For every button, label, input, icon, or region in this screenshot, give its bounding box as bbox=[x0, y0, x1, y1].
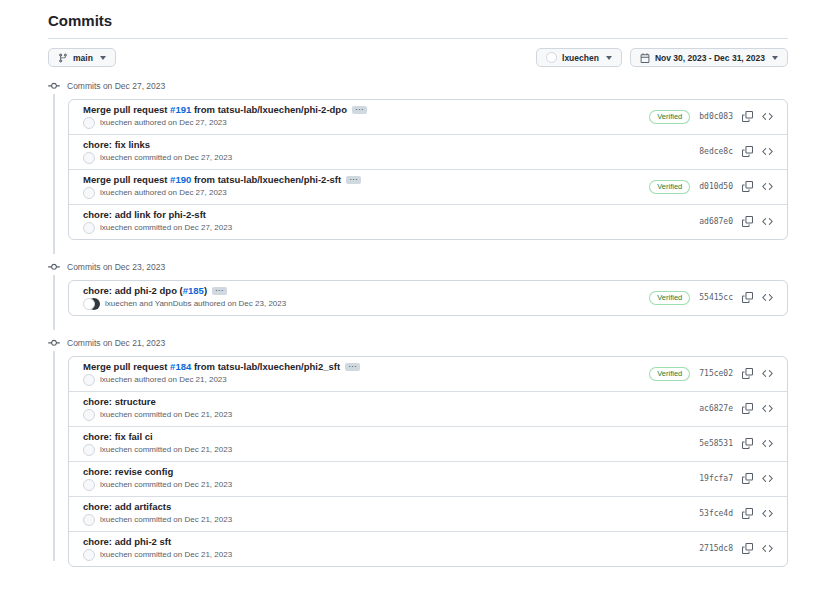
commit-message-link[interactable]: chore: add phi-2 sft bbox=[83, 536, 171, 547]
browse-code-button[interactable] bbox=[762, 403, 773, 414]
commit-row: chore: fix fail ci lxuechen committed on… bbox=[69, 426, 787, 461]
author-avatar[interactable] bbox=[83, 374, 95, 386]
author-avatar[interactable] bbox=[83, 444, 95, 456]
author-avatar[interactable] bbox=[83, 187, 95, 199]
copy-sha-button[interactable] bbox=[742, 403, 753, 414]
commit-group: Commits on Dec 21, 2023 Merge pull reque… bbox=[48, 329, 788, 567]
author-avatar[interactable] bbox=[83, 549, 95, 561]
commit-message-link[interactable]: chore: fix links bbox=[83, 139, 150, 150]
verified-badge[interactable]: Verified bbox=[649, 180, 690, 194]
commit-description-toggle-button[interactable]: ⋯ bbox=[345, 363, 360, 371]
commit-title-pre: chore: revise config bbox=[83, 466, 173, 477]
author-avatar[interactable] bbox=[83, 409, 95, 421]
browse-code-button[interactable] bbox=[762, 111, 773, 122]
commit-actions: 2715dc8 bbox=[699, 543, 773, 554]
commit-row: chore: add phi-2 dpo (#185) ⋯ lxuechen a… bbox=[69, 281, 787, 315]
copy-sha-button[interactable] bbox=[742, 292, 753, 303]
author-avatar[interactable] bbox=[83, 117, 95, 129]
commit-title: Merge pull request #190 from tatsu-lab/l… bbox=[83, 174, 637, 185]
copy-sha-button[interactable] bbox=[742, 508, 753, 519]
commit-row: chore: fix links lxuechen committed on D… bbox=[69, 134, 787, 169]
code-icon bbox=[762, 543, 773, 554]
browse-code-button[interactable] bbox=[762, 146, 773, 157]
copy-sha-button[interactable] bbox=[742, 473, 753, 484]
commit-list: chore: add phi-2 dpo (#185) ⋯ lxuechen a… bbox=[68, 280, 788, 316]
commit-pr-link[interactable]: #191 bbox=[170, 104, 191, 115]
commit-sha-link[interactable]: 53fce4d bbox=[699, 509, 733, 518]
commit-main: Merge pull request #190 from tatsu-lab/l… bbox=[83, 174, 637, 199]
browse-code-button[interactable] bbox=[762, 368, 773, 379]
author-avatar[interactable] bbox=[83, 152, 95, 164]
code-icon bbox=[762, 181, 773, 192]
commit-group-header: Commits on Dec 21, 2023 bbox=[48, 332, 788, 356]
commit-sha-link[interactable]: d010d50 bbox=[699, 182, 733, 191]
browse-code-button[interactable] bbox=[762, 508, 773, 519]
copy-sha-button[interactable] bbox=[742, 368, 753, 379]
commit-main: chore: structure lxuechen committed on D… bbox=[83, 396, 687, 421]
commit-sha-link[interactable]: 19fcfa7 bbox=[699, 474, 733, 483]
commit-description-toggle-button[interactable]: ⋯ bbox=[352, 106, 367, 114]
commit-message-link[interactable]: chore: fix fail ci bbox=[83, 431, 153, 442]
commit-pr-link[interactable]: #190 bbox=[170, 174, 191, 185]
commit-row: Merge pull request #184 from tatsu-lab/l… bbox=[69, 357, 787, 391]
code-icon bbox=[762, 403, 773, 414]
author-avatar-stack[interactable] bbox=[83, 298, 100, 310]
commit-sha-link[interactable]: 55415cc bbox=[699, 293, 733, 302]
commit-sha-link[interactable]: 8edce8c bbox=[699, 147, 733, 156]
commit-message-link[interactable]: chore: add link for phi-2-sft bbox=[83, 209, 206, 220]
commit-pr-link[interactable]: #184 bbox=[170, 361, 191, 372]
browse-code-button[interactable] bbox=[762, 438, 773, 449]
browse-code-button[interactable] bbox=[762, 473, 773, 484]
commit-title: Merge pull request #184 from tatsu-lab/l… bbox=[83, 361, 637, 372]
date-range-button[interactable]: Nov 30, 2023 - Dec 31, 2023 bbox=[630, 48, 788, 67]
commit-message-link[interactable]: Merge pull request #184 from tatsu-lab/l… bbox=[83, 361, 340, 372]
commit-meta: lxuechen committed on Dec 21, 2023 bbox=[83, 444, 687, 456]
chevron-down-icon bbox=[772, 56, 778, 60]
commit-description-toggle-button[interactable]: ⋯ bbox=[346, 176, 361, 184]
verified-badge[interactable]: Verified bbox=[649, 291, 690, 305]
commit-meta: lxuechen committed on Dec 21, 2023 bbox=[83, 514, 687, 526]
author-avatar[interactable] bbox=[83, 222, 95, 234]
browse-code-button[interactable] bbox=[762, 181, 773, 192]
copy-icon bbox=[742, 438, 753, 449]
author-avatar[interactable] bbox=[83, 298, 95, 310]
browse-code-button[interactable] bbox=[762, 543, 773, 554]
commit-description-toggle-button[interactable]: ⋯ bbox=[212, 287, 227, 295]
commit-pr-link[interactable]: #185 bbox=[183, 285, 204, 296]
commit-message-link[interactable]: chore: add phi-2 dpo (#185) bbox=[83, 285, 207, 296]
commit-meta: lxuechen committed on Dec 27, 2023 bbox=[83, 222, 687, 234]
verified-badge[interactable]: Verified bbox=[649, 110, 690, 124]
browse-code-button[interactable] bbox=[762, 216, 773, 227]
commit-sha-link[interactable]: ac6827e bbox=[699, 404, 733, 413]
commit-sha-link[interactable]: bd0c083 bbox=[699, 112, 733, 121]
author-filter-button[interactable]: lxuechen bbox=[536, 48, 622, 67]
commit-actions: 8edce8c bbox=[699, 146, 773, 157]
commit-message-link[interactable]: Merge pull request #191 from tatsu-lab/l… bbox=[83, 104, 347, 115]
copy-sha-button[interactable] bbox=[742, 146, 753, 157]
copy-sha-button[interactable] bbox=[742, 438, 753, 449]
code-icon bbox=[762, 473, 773, 484]
commit-sha-link[interactable]: 715ce02 bbox=[699, 369, 733, 378]
browse-code-button[interactable] bbox=[762, 292, 773, 303]
commit-meta-text: lxuechen committed on Dec 21, 2023 bbox=[100, 444, 232, 456]
commit-sha-link[interactable]: ad687e0 bbox=[699, 217, 733, 226]
verified-badge[interactable]: Verified bbox=[649, 367, 690, 381]
commit-title: chore: add phi-2 dpo (#185) ⋯ bbox=[83, 285, 637, 296]
copy-sha-button[interactable] bbox=[742, 181, 753, 192]
commit-sha-link[interactable]: 2715dc8 bbox=[699, 544, 733, 553]
commit-message-link[interactable]: chore: structure bbox=[83, 396, 156, 407]
commit-sha-link[interactable]: 5e58531 bbox=[699, 439, 733, 448]
commit-main: chore: fix links lxuechen committed on D… bbox=[83, 139, 687, 164]
commit-message-link[interactable]: chore: revise config bbox=[83, 466, 173, 477]
author-avatar[interactable] bbox=[83, 514, 95, 526]
commit-message-link[interactable]: Merge pull request #190 from tatsu-lab/l… bbox=[83, 174, 341, 185]
commit-list: Merge pull request #191 from tatsu-lab/l… bbox=[68, 99, 788, 240]
branch-selector-button[interactable]: main bbox=[48, 48, 116, 67]
author-avatar[interactable] bbox=[83, 479, 95, 491]
copy-sha-button[interactable] bbox=[742, 216, 753, 227]
commit-meta: lxuechen authored on Dec 21, 2023 bbox=[83, 374, 637, 386]
commit-message-link[interactable]: chore: add artifacts bbox=[83, 501, 171, 512]
commits-page: Commits main lxuechen Nov 30, 2023 - Dec… bbox=[0, 0, 828, 567]
copy-sha-button[interactable] bbox=[742, 111, 753, 122]
copy-sha-button[interactable] bbox=[742, 543, 753, 554]
